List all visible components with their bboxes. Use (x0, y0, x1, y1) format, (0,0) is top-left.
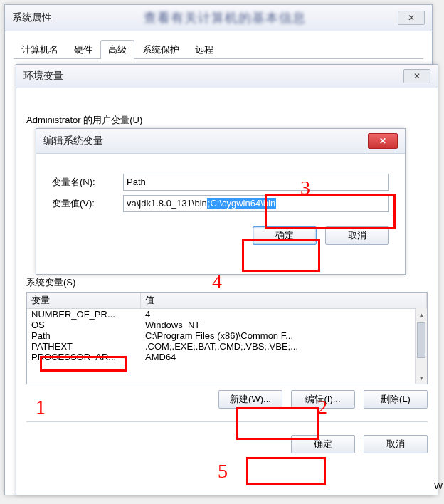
scroll-thumb[interactable] (417, 322, 426, 358)
edit-button[interactable]: 编辑(I)... (291, 390, 355, 409)
col-value[interactable]: 值 (141, 293, 427, 308)
tab-system-protection[interactable]: 系统保护 (134, 40, 187, 59)
new-button[interactable]: 新建(W)... (218, 390, 282, 409)
close-icon[interactable]: ✕ (403, 69, 430, 83)
var-value-label: 变量值(V): (52, 197, 123, 210)
cancel-button[interactable]: 取消 (364, 435, 428, 453)
close-icon[interactable]: ✕ (398, 11, 425, 25)
titlebar[interactable]: 编辑系统变量 ✕ (36, 129, 405, 154)
ok-button[interactable]: 确定 (291, 435, 355, 453)
edit-system-variable-window: 编辑系统变量 ✕ 变量名(N): Path 变量值(V): va\jdk1.8.… (36, 128, 406, 275)
table-row[interactable]: PATHEXT.COM;.EXE;.BAT;.CMD;.VBS;.VBE;... (27, 341, 427, 352)
system-vars-label: 系统变量(S) (26, 276, 428, 289)
scroll-up-icon[interactable]: ▴ (416, 308, 427, 320)
table-row[interactable]: NUMBER_OF_PR...4 (27, 309, 427, 320)
close-icon[interactable]: ✕ (368, 133, 398, 149)
stray-char: W (434, 481, 443, 491)
col-variable[interactable]: 变量 (27, 293, 141, 308)
blurred-text: 查看有关计算机的基本信息 (144, 11, 306, 25)
scrollbar[interactable]: ▴ ▾ (415, 308, 427, 384)
tab-computer-name[interactable]: 计算机名 (14, 40, 66, 59)
table-row-path[interactable]: PathC:\Program Files (x86)\Common F... (27, 330, 427, 341)
table-row[interactable]: PROCESSOR_AR...AMD64 (27, 352, 427, 362)
window-title: 系统属性 (12, 11, 52, 24)
tab-advanced[interactable]: 高级 (100, 40, 134, 59)
tab-strip: 计算机名 硬件 高级 系统保护 远程 (14, 40, 423, 59)
window-title: 编辑系统变量 (43, 135, 103, 147)
tab-hardware[interactable]: 硬件 (66, 40, 100, 59)
scroll-down-icon[interactable]: ▾ (416, 372, 427, 384)
titlebar[interactable]: 系统属性 查看有关计算机的基本信息 ✕ (5, 5, 432, 31)
selected-text: ;C:\cygwin64\bin (207, 198, 276, 209)
var-name-input[interactable]: Path (123, 174, 389, 191)
var-value-input[interactable]: va\jdk1.8.0_131\bin;C:\cygwin64\bin (123, 195, 389, 212)
tab-remote[interactable]: 远程 (187, 40, 221, 59)
system-vars-list[interactable]: 变量 值 NUMBER_OF_PR...4 OSWindows_NT PathC… (26, 292, 428, 384)
var-name-label: 变量名(N): (52, 176, 123, 189)
titlebar[interactable]: 环境变量 ✕ (16, 65, 438, 88)
window-title: 环境变量 (23, 70, 63, 83)
user-vars-label: Administrator 的用户变量(U) (26, 114, 428, 127)
cancel-button[interactable]: 取消 (325, 226, 389, 245)
table-row[interactable]: OSWindows_NT (27, 320, 427, 330)
delete-button[interactable]: 删除(L) (364, 390, 428, 409)
ok-button[interactable]: 确定 (253, 226, 317, 245)
